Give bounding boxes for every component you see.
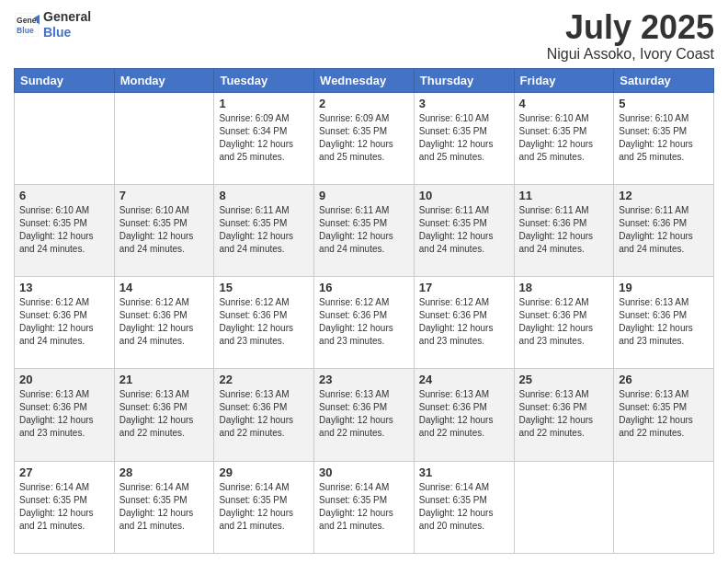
- day-info: Sunrise: 6:10 AM Sunset: 6:35 PM Dayligh…: [19, 204, 109, 256]
- calendar-cell: 13Sunrise: 6:12 AM Sunset: 6:36 PM Dayli…: [15, 277, 115, 369]
- calendar-cell: [114, 92, 214, 184]
- calendar-cell: 23Sunrise: 6:13 AM Sunset: 6:36 PM Dayli…: [314, 369, 415, 461]
- calendar-col-header: Thursday: [414, 68, 514, 92]
- calendar-cell: 11Sunrise: 6:11 AM Sunset: 6:36 PM Dayli…: [514, 184, 614, 276]
- calendar-col-header: Monday: [114, 68, 214, 92]
- calendar-cell: 29Sunrise: 6:14 AM Sunset: 6:35 PM Dayli…: [214, 461, 314, 553]
- day-number: 28: [119, 465, 210, 479]
- calendar-cell: 6Sunrise: 6:10 AM Sunset: 6:35 PM Daylig…: [15, 184, 115, 276]
- day-info: Sunrise: 6:11 AM Sunset: 6:35 PM Dayligh…: [319, 204, 409, 256]
- day-number: 12: [619, 189, 709, 202]
- calendar-header-row: SundayMondayTuesdayWednesdayThursdayFrid…: [15, 68, 714, 92]
- day-info: Sunrise: 6:13 AM Sunset: 6:36 PM Dayligh…: [19, 388, 109, 440]
- calendar-cell: 1Sunrise: 6:09 AM Sunset: 6:34 PM Daylig…: [214, 92, 314, 184]
- day-info: Sunrise: 6:14 AM Sunset: 6:35 PM Dayligh…: [419, 481, 509, 533]
- day-number: 3: [419, 97, 509, 110]
- day-info: Sunrise: 6:13 AM Sunset: 6:36 PM Dayligh…: [619, 296, 709, 348]
- calendar-col-header: Sunday: [15, 68, 115, 92]
- day-number: 16: [319, 281, 409, 294]
- title-block: July 2025 Nigui Assoko, Ivory Coast: [547, 9, 714, 63]
- day-info: Sunrise: 6:14 AM Sunset: 6:35 PM Dayligh…: [119, 481, 210, 533]
- calendar-week-row: 1Sunrise: 6:09 AM Sunset: 6:34 PM Daylig…: [15, 92, 714, 184]
- calendar-cell: 24Sunrise: 6:13 AM Sunset: 6:36 PM Dayli…: [414, 369, 514, 461]
- day-info: Sunrise: 6:13 AM Sunset: 6:36 PM Dayligh…: [319, 388, 409, 440]
- main-title: July 2025: [547, 9, 714, 46]
- calendar-cell: 5Sunrise: 6:10 AM Sunset: 6:35 PM Daylig…: [614, 92, 714, 184]
- calendar-cell: 7Sunrise: 6:10 AM Sunset: 6:35 PM Daylig…: [114, 184, 214, 276]
- subtitle: Nigui Assoko, Ivory Coast: [547, 46, 714, 63]
- day-info: Sunrise: 6:10 AM Sunset: 6:35 PM Dayligh…: [119, 204, 210, 256]
- calendar-cell: 21Sunrise: 6:13 AM Sunset: 6:36 PM Dayli…: [114, 369, 214, 461]
- calendar-cell: 16Sunrise: 6:12 AM Sunset: 6:36 PM Dayli…: [314, 277, 415, 369]
- day-info: Sunrise: 6:10 AM Sunset: 6:35 PM Dayligh…: [619, 112, 709, 164]
- day-info: Sunrise: 6:11 AM Sunset: 6:36 PM Dayligh…: [519, 204, 609, 256]
- day-info: Sunrise: 6:12 AM Sunset: 6:36 PM Dayligh…: [519, 296, 609, 348]
- page: General Blue General Blue July 2025 Nigu…: [0, 0, 728, 563]
- day-info: Sunrise: 6:09 AM Sunset: 6:34 PM Dayligh…: [219, 112, 309, 164]
- logo: General Blue General Blue: [14, 9, 91, 40]
- calendar-cell: [614, 461, 714, 553]
- calendar-week-row: 13Sunrise: 6:12 AM Sunset: 6:36 PM Dayli…: [15, 277, 714, 369]
- day-number: 25: [519, 373, 609, 386]
- day-number: 20: [19, 373, 109, 386]
- day-number: 24: [419, 373, 509, 386]
- day-info: Sunrise: 6:14 AM Sunset: 6:35 PM Dayligh…: [219, 481, 309, 533]
- day-number: 27: [19, 465, 109, 479]
- calendar-col-header: Friday: [514, 68, 614, 92]
- calendar-week-row: 6Sunrise: 6:10 AM Sunset: 6:35 PM Daylig…: [15, 184, 714, 276]
- calendar-cell: 9Sunrise: 6:11 AM Sunset: 6:35 PM Daylig…: [314, 184, 415, 276]
- day-info: Sunrise: 6:14 AM Sunset: 6:35 PM Dayligh…: [19, 481, 109, 533]
- day-number: 5: [619, 97, 709, 110]
- calendar-cell: 4Sunrise: 6:10 AM Sunset: 6:35 PM Daylig…: [514, 92, 614, 184]
- day-info: Sunrise: 6:12 AM Sunset: 6:36 PM Dayligh…: [419, 296, 509, 348]
- svg-text:Blue: Blue: [17, 25, 34, 34]
- calendar-table: SundayMondayTuesdayWednesdayThursdayFrid…: [14, 68, 714, 554]
- day-info: Sunrise: 6:13 AM Sunset: 6:36 PM Dayligh…: [119, 388, 210, 440]
- day-info: Sunrise: 6:09 AM Sunset: 6:35 PM Dayligh…: [319, 112, 409, 164]
- day-info: Sunrise: 6:10 AM Sunset: 6:35 PM Dayligh…: [519, 112, 609, 164]
- calendar-col-header: Tuesday: [214, 68, 314, 92]
- day-info: Sunrise: 6:12 AM Sunset: 6:36 PM Dayligh…: [319, 296, 409, 348]
- day-info: Sunrise: 6:10 AM Sunset: 6:35 PM Dayligh…: [419, 112, 509, 164]
- day-number: 7: [119, 189, 210, 202]
- calendar-cell: 3Sunrise: 6:10 AM Sunset: 6:35 PM Daylig…: [414, 92, 514, 184]
- day-number: 13: [19, 281, 109, 294]
- calendar-cell: 12Sunrise: 6:11 AM Sunset: 6:36 PM Dayli…: [614, 184, 714, 276]
- logo-text: General Blue: [43, 9, 91, 40]
- day-info: Sunrise: 6:12 AM Sunset: 6:36 PM Dayligh…: [219, 296, 309, 348]
- calendar-cell: 17Sunrise: 6:12 AM Sunset: 6:36 PM Dayli…: [414, 277, 514, 369]
- day-number: 19: [619, 281, 709, 294]
- calendar-cell: 10Sunrise: 6:11 AM Sunset: 6:35 PM Dayli…: [414, 184, 514, 276]
- day-number: 14: [119, 281, 210, 294]
- day-number: 22: [219, 373, 309, 386]
- day-info: Sunrise: 6:11 AM Sunset: 6:35 PM Dayligh…: [419, 204, 509, 256]
- calendar-cell: 19Sunrise: 6:13 AM Sunset: 6:36 PM Dayli…: [614, 277, 714, 369]
- calendar-week-row: 20Sunrise: 6:13 AM Sunset: 6:36 PM Dayli…: [15, 369, 714, 461]
- calendar-cell: 26Sunrise: 6:13 AM Sunset: 6:35 PM Dayli…: [614, 369, 714, 461]
- calendar-cell: 20Sunrise: 6:13 AM Sunset: 6:36 PM Dayli…: [15, 369, 115, 461]
- calendar-col-header: Saturday: [614, 68, 714, 92]
- day-number: 18: [519, 281, 609, 294]
- day-number: 31: [419, 465, 509, 479]
- day-number: 11: [519, 189, 609, 202]
- calendar-cell: 14Sunrise: 6:12 AM Sunset: 6:36 PM Dayli…: [114, 277, 214, 369]
- calendar-cell: 30Sunrise: 6:14 AM Sunset: 6:35 PM Dayli…: [314, 461, 415, 553]
- day-info: Sunrise: 6:12 AM Sunset: 6:36 PM Dayligh…: [119, 296, 210, 348]
- calendar-cell: 25Sunrise: 6:13 AM Sunset: 6:36 PM Dayli…: [514, 369, 614, 461]
- day-info: Sunrise: 6:11 AM Sunset: 6:36 PM Dayligh…: [619, 204, 709, 256]
- calendar-week-row: 27Sunrise: 6:14 AM Sunset: 6:35 PM Dayli…: [15, 461, 714, 553]
- day-info: Sunrise: 6:13 AM Sunset: 6:35 PM Dayligh…: [619, 388, 709, 440]
- day-info: Sunrise: 6:13 AM Sunset: 6:36 PM Dayligh…: [219, 388, 309, 440]
- day-number: 17: [419, 281, 509, 294]
- day-number: 9: [319, 189, 409, 202]
- day-number: 10: [419, 189, 509, 202]
- day-number: 2: [319, 97, 409, 110]
- day-info: Sunrise: 6:11 AM Sunset: 6:35 PM Dayligh…: [219, 204, 309, 256]
- logo-line1: General: [43, 9, 91, 25]
- day-number: 1: [219, 97, 309, 110]
- calendar-cell: 8Sunrise: 6:11 AM Sunset: 6:35 PM Daylig…: [214, 184, 314, 276]
- calendar-cell: 15Sunrise: 6:12 AM Sunset: 6:36 PM Dayli…: [214, 277, 314, 369]
- day-number: 23: [319, 373, 409, 386]
- day-info: Sunrise: 6:12 AM Sunset: 6:36 PM Dayligh…: [19, 296, 109, 348]
- day-number: 4: [519, 97, 609, 110]
